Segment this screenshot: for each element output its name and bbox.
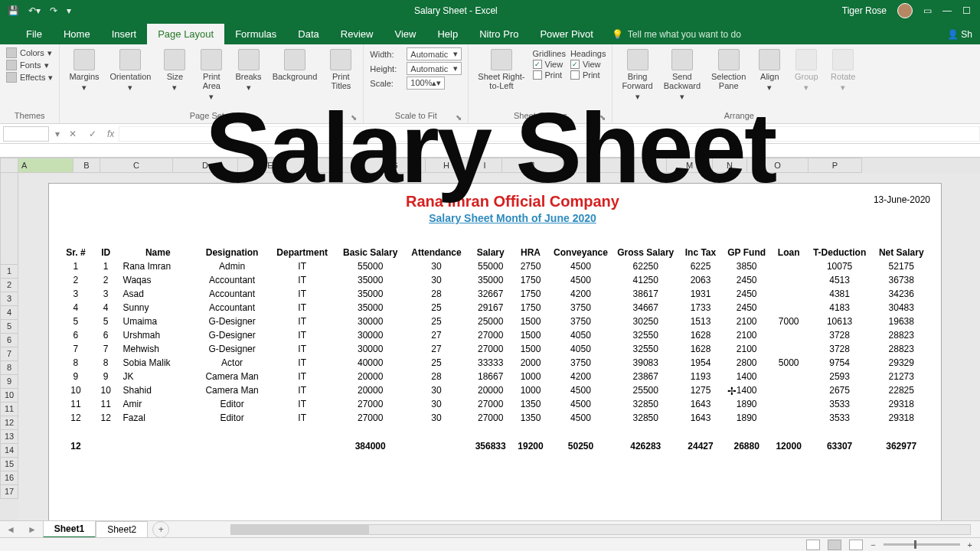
tab-review[interactable]: Review — [330, 24, 384, 44]
table-cell[interactable]: Mehwish — [120, 342, 196, 356]
user-avatar[interactable] — [897, 3, 913, 18]
view-page-break-icon[interactable] — [849, 540, 863, 550]
table-cell[interactable]: 27 — [404, 328, 469, 342]
table-cell[interactable]: 38617 — [612, 287, 678, 301]
sheet-tab-sheet1[interactable]: Sheet1 — [43, 520, 96, 538]
table-cell[interactable]: 10613 — [807, 315, 873, 328]
zoom-slider[interactable] — [884, 543, 960, 546]
align-button[interactable]: Align▾ — [753, 47, 786, 94]
table-cell[interactable]: 3728 — [807, 342, 873, 356]
table-cell[interactable]: 2800 — [723, 356, 771, 370]
bring-forward-button[interactable]: Bring Forward▾ — [619, 47, 655, 103]
table-cell[interactable]: 63307 — [807, 439, 873, 452]
table-cell[interactable] — [120, 439, 196, 452]
table-cell[interactable]: 1954 — [678, 356, 723, 370]
table-cell[interactable]: 62250 — [612, 259, 678, 273]
tab-home[interactable]: Home — [53, 24, 101, 44]
col-header-N[interactable]: N — [713, 158, 747, 173]
table-cell[interactable]: 1931 — [678, 287, 723, 301]
table-cell[interactable]: 4050 — [549, 342, 613, 356]
col-header-L[interactable]: L — [625, 158, 667, 173]
table-cell[interactable]: 52175 — [873, 259, 930, 273]
table-cell[interactable]: 12000 — [771, 439, 807, 452]
fx-icon[interactable]: fx — [103, 129, 119, 139]
row-header-17[interactable]: 17 — [0, 485, 18, 499]
table-cell[interactable]: 426283 — [612, 439, 678, 452]
table-cell[interactable]: Fazal — [120, 411, 196, 425]
table-cell[interactable]: 28823 — [873, 342, 930, 356]
table-cell[interactable]: IT — [268, 287, 336, 301]
table-cell[interactable]: 12 — [60, 411, 92, 425]
tab-data[interactable]: Data — [287, 24, 329, 44]
horizontal-scrollbar[interactable] — [230, 524, 971, 535]
table-cell[interactable]: 2675 — [807, 383, 873, 397]
table-cell[interactable]: 1733 — [678, 301, 723, 315]
col-header-I[interactable]: I — [468, 158, 502, 173]
tab-page-layout[interactable]: Page Layout — [147, 24, 224, 44]
table-cell[interactable]: 1 — [92, 259, 120, 273]
table-cell[interactable]: 33333 — [469, 356, 513, 370]
table-cell[interactable]: 1628 — [678, 342, 723, 356]
table-cell[interactable]: 10 — [60, 383, 92, 397]
table-cell[interactable]: 7 — [60, 342, 92, 356]
table-cell[interactable] — [196, 439, 268, 452]
table-cell[interactable]: 2063 — [678, 273, 723, 287]
col-header-D[interactable]: D — [173, 158, 238, 173]
row-header-9[interactable]: 9 — [0, 375, 18, 389]
scale-spinner[interactable]: 100%▴▾ — [407, 77, 445, 90]
row-header-8[interactable]: 8 — [0, 361, 18, 375]
tab-formulas[interactable]: Formulas — [224, 24, 287, 44]
table-cell[interactable]: 1500 — [512, 342, 548, 356]
table-cell[interactable]: 2100 — [723, 342, 771, 356]
table-cell[interactable]: 27000 — [336, 397, 404, 411]
table-cell[interactable]: 30 — [404, 259, 469, 273]
table-cell[interactable]: 25 — [404, 315, 469, 328]
table-row[interactable]: 88Sobia MalikActorIT40000253333320003750… — [60, 356, 930, 370]
table-cell[interactable]: 4500 — [549, 259, 613, 273]
page-setup-launcher-icon[interactable]: ⬊ — [351, 113, 357, 122]
table-cell[interactable]: Camera Man — [196, 370, 268, 383]
table-cell[interactable] — [771, 287, 807, 301]
col-header-C[interactable]: C — [100, 158, 173, 173]
row-header-16[interactable]: 16 — [0, 471, 18, 485]
table-cell[interactable]: IT — [268, 342, 336, 356]
table-cell[interactable]: 384000 — [336, 439, 404, 452]
table-cell[interactable]: 1750 — [512, 287, 548, 301]
salary-table[interactable]: Sr. #IDNameDesignationDepartmentBasic Sa… — [60, 246, 930, 452]
table-row[interactable]: 11Rana ImranAdminIT550003055000275045006… — [60, 259, 930, 273]
table-cell[interactable]: 1643 — [678, 411, 723, 425]
row-header-13[interactable]: 13 — [0, 430, 18, 444]
table-cell[interactable]: Urshmah — [120, 328, 196, 342]
table-cell[interactable]: 21273 — [873, 370, 930, 383]
table-cell[interactable]: Shahid — [120, 383, 196, 397]
table-cell[interactable]: IT — [268, 273, 336, 287]
col-header-K[interactable]: K — [564, 158, 625, 173]
row-header-11[interactable]: 11 — [0, 403, 18, 416]
col-header-M[interactable]: M — [667, 158, 713, 173]
table-cell[interactable]: Waqas — [120, 273, 196, 287]
table-cell[interactable]: 30 — [404, 383, 469, 397]
table-cell[interactable]: 18667 — [469, 370, 513, 383]
table-cell[interactable]: 1193 — [678, 370, 723, 383]
row-header-15[interactable]: 15 — [0, 458, 18, 471]
enter-formula-icon[interactable]: ✓ — [83, 129, 103, 139]
table-cell[interactable]: 1500 — [512, 328, 548, 342]
row-header-6[interactable]: 6 — [0, 334, 18, 347]
table-cell[interactable]: IT — [268, 328, 336, 342]
table-cell[interactable]: 32850 — [612, 397, 678, 411]
table-cell[interactable] — [771, 342, 807, 356]
table-cell[interactable]: 27 — [404, 342, 469, 356]
table-cell[interactable]: 28823 — [873, 328, 930, 342]
table-cell[interactable]: 34236 — [873, 287, 930, 301]
table-cell[interactable]: 6 — [92, 328, 120, 342]
table-cell[interactable]: 356833 — [469, 439, 513, 452]
table-cell[interactable]: 3750 — [549, 315, 613, 328]
sheet-tab-sheet2[interactable]: Sheet2 — [96, 521, 148, 537]
table-cell[interactable]: Admin — [196, 259, 268, 273]
table-cell[interactable]: 30250 — [612, 315, 678, 328]
themes-effects-button[interactable]: Effects ▾ — [6, 72, 53, 83]
table-cell[interactable] — [771, 411, 807, 425]
themes-fonts-button[interactable]: Fonts ▾ — [6, 60, 53, 70]
table-row[interactable]: 77MehwishG-DesignerIT3000027270001500405… — [60, 342, 930, 356]
redo-icon[interactable]: ↷ — [50, 5, 57, 16]
